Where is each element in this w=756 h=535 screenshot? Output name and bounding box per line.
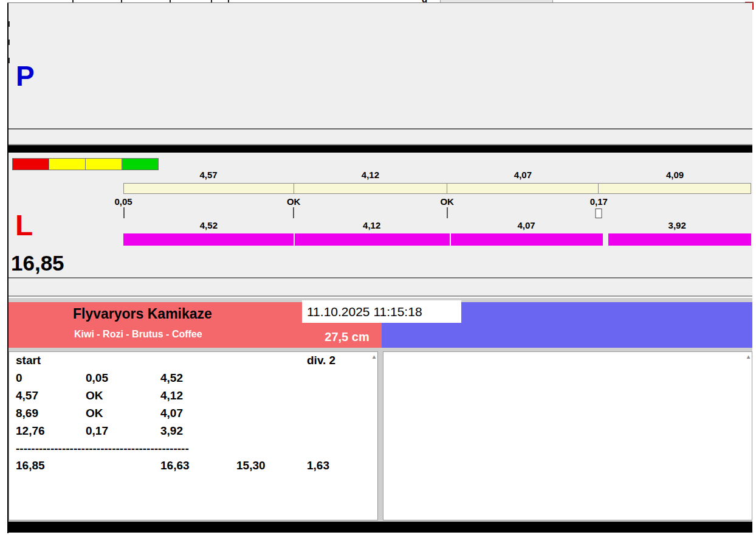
team-dogs: Kiwi - Rozi - Brutus - Coffee bbox=[74, 329, 202, 340]
split-bars: 4,57 4,12 4,07 4,09 0,05 OK OK 0,17 bbox=[123, 153, 751, 250]
datetime-box: 11.10.2025 11:15:18 bbox=[302, 300, 461, 323]
lane-separator-bar bbox=[7, 145, 752, 153]
edge-mark bbox=[9, 40, 10, 45]
total-diff: 1,63 bbox=[307, 459, 329, 472]
right-lane-panel: P bbox=[9, 3, 752, 128]
crossing-label: 0,17 bbox=[590, 196, 608, 207]
left-lane-panel: L 16,85 4,57 4,12 4,07 4,09 0,05 OK OK bbox=[9, 153, 752, 277]
scroll-up-icon[interactable]: ▴ bbox=[373, 354, 376, 360]
split-label: 4,52 bbox=[123, 220, 294, 230]
cell-total: 8,69 bbox=[16, 407, 38, 420]
dog-time-segment bbox=[608, 233, 751, 246]
split-label: 3,92 bbox=[603, 220, 751, 230]
legend-box-red bbox=[12, 158, 49, 170]
team-name: Flyvaryors Kamikaze bbox=[73, 306, 212, 322]
cell-start: OK bbox=[86, 407, 103, 420]
bottom-split-labels: 4,52 4,12 4,07 3,92 bbox=[123, 220, 751, 230]
heat-results-area: Flyvaryors Kamikaze Kiwi - Rozi - Brutus… bbox=[9, 298, 752, 522]
crossing-tick bbox=[447, 207, 448, 218]
divider-strip bbox=[9, 128, 752, 145]
lane-total-time: 16,85 bbox=[11, 251, 64, 275]
lane-p-label: P bbox=[16, 60, 35, 92]
lane-l-label: L bbox=[15, 209, 33, 242]
bottom-split-bar bbox=[123, 233, 751, 246]
crossing-tick bbox=[123, 207, 125, 218]
split-label: 4,12 bbox=[294, 220, 450, 230]
results-division: div. 2 bbox=[307, 354, 335, 367]
table-row: 0 0,05 4,52 bbox=[9, 371, 377, 389]
cell-split: 3,92 bbox=[160, 424, 183, 438]
total-time: 16,85 bbox=[16, 459, 45, 472]
split-label: 4,09 bbox=[599, 170, 751, 180]
cell-total: 0 bbox=[16, 371, 22, 385]
crossing-label: OK bbox=[287, 196, 301, 207]
crossing-marker-box bbox=[596, 209, 602, 218]
cell-split: 4,52 bbox=[160, 371, 183, 385]
table-row: 12,76 0,17 3,92 bbox=[9, 424, 377, 442]
split-label: 4,12 bbox=[294, 170, 447, 180]
top-split-segment bbox=[124, 184, 294, 193]
top-split-labels: 4,57 4,12 4,07 4,09 bbox=[123, 170, 751, 180]
crossing-labels: 0,05 OK OK 0,17 bbox=[123, 196, 751, 206]
crossing-tick bbox=[293, 207, 294, 218]
scroll-up-icon[interactable]: ▴ bbox=[747, 354, 750, 360]
total-best: 15,30 bbox=[236, 459, 266, 472]
split-label: 4,07 bbox=[447, 170, 599, 180]
results-panel: start div. 2 0 0,05 4,52 4,57 OK 4,12 8,… bbox=[9, 351, 378, 520]
edge-mark bbox=[9, 21, 10, 27]
cell-total: 4,57 bbox=[16, 389, 38, 402]
dog-time-segment bbox=[451, 233, 603, 246]
edge-mark bbox=[9, 58, 10, 63]
results-separator: ----------------------------------------… bbox=[9, 442, 377, 457]
results-total-row: 16,85 16,63 15,30 1,63 bbox=[9, 459, 377, 477]
top-split-bar bbox=[123, 183, 751, 194]
legend-box-yellow bbox=[85, 158, 122, 170]
total-sum: 16,63 bbox=[160, 459, 190, 472]
top-split-segment bbox=[447, 184, 599, 193]
cell-split: 4,12 bbox=[160, 389, 183, 402]
legend-box-yellow bbox=[49, 158, 86, 170]
table-row: 8,69 OK 4,07 bbox=[9, 407, 377, 424]
split-label: 4,07 bbox=[450, 220, 603, 230]
status-strip bbox=[9, 277, 752, 297]
top-split-segment bbox=[294, 184, 447, 193]
cell-total: 12,76 bbox=[16, 424, 45, 438]
results-header-start: start bbox=[16, 354, 41, 367]
cell-start: OK bbox=[86, 389, 103, 402]
crossing-label: OK bbox=[440, 196, 454, 207]
datetime-text: 11.10.2025 11:15:18 bbox=[307, 305, 422, 319]
split-label: 4,57 bbox=[123, 170, 294, 180]
dog-time-segment bbox=[295, 233, 450, 246]
flyball-timing-window: g P L 16,85 4,57 4,12 4,07 4,09 bbox=[0, 0, 756, 535]
crossing-ticks bbox=[123, 207, 751, 219]
dog-time-segment bbox=[123, 233, 294, 246]
top-split-segment bbox=[599, 184, 751, 193]
crossing-label: 0,05 bbox=[114, 196, 132, 207]
cell-split: 4,07 bbox=[160, 407, 183, 420]
cell-start: 0,05 bbox=[86, 371, 108, 385]
cell-start: 0,17 bbox=[86, 424, 108, 438]
results-header-row: start div. 2 bbox=[9, 354, 377, 371]
table-row: 4,57 OK 4,12 bbox=[9, 389, 377, 407]
bottom-bar bbox=[7, 522, 752, 533]
secondary-panel: ▴ bbox=[383, 351, 752, 520]
jump-height: 27,5 cm bbox=[304, 330, 390, 344]
